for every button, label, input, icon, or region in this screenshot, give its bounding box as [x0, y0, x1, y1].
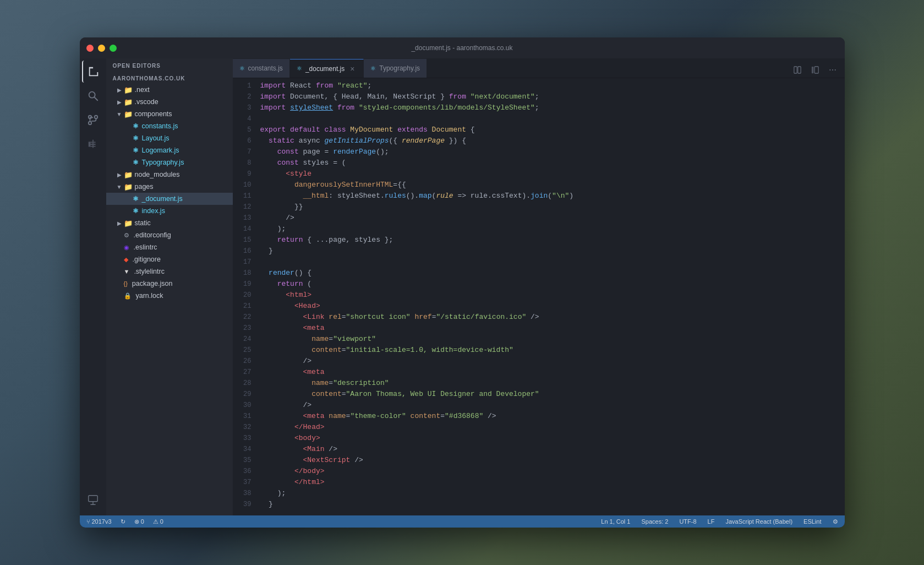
svg-point-3 — [88, 122, 91, 125]
tree-item-static[interactable]: ▶ 📁 static — [106, 217, 233, 229]
indentation[interactable]: Spaces: 2 — [639, 515, 670, 528]
code-line-15: return { ...page, styles }; — [260, 235, 834, 246]
svg-rect-10 — [811, 67, 813, 73]
close-button[interactable] — [86, 45, 94, 52]
tree-item-editorconfig[interactable]: ⚙ .editorconfig — [106, 229, 233, 241]
folder-section: AARONTHOMAS.CO.UK — [106, 71, 233, 84]
main-layout: OPEN EDITORS AARONTHOMAS.CO.UK ▶ 📁 .next… — [80, 58, 845, 515]
tree-item-document[interactable]: ⚛ _document.js — [106, 193, 233, 205]
tree-item-constants[interactable]: ⚛ constants.js — [106, 120, 233, 132]
code-line-17 — [260, 257, 834, 268]
settings-button[interactable]: ⚙ — [830, 515, 840, 528]
explorer-activity-icon[interactable] — [82, 61, 104, 83]
eslint-status[interactable]: ESLint — [801, 515, 823, 528]
code-line-34: <Main /> — [260, 444, 834, 455]
tree-item-next[interactable]: ▶ 📁 .next — [106, 84, 233, 96]
language-text: JavaScript React (Babel) — [725, 518, 792, 525]
errors-status[interactable]: ⊗ 0 — [132, 515, 146, 528]
code-line-39: } — [260, 499, 834, 510]
tabs-actions: ⋯ — [790, 62, 845, 78]
code-line-19: return ( — [260, 279, 834, 290]
search-activity-icon[interactable] — [82, 85, 104, 107]
open-editors-section: OPEN EDITORS — [106, 58, 233, 71]
tabs-bar: ⚛ constants.js ⚛ _document.js × ⚛ Typogr… — [233, 58, 845, 78]
sync-icon: ↻ — [121, 518, 125, 525]
tree-item-yarnlock[interactable]: 🔒 yarn.lock — [106, 290, 233, 302]
svg-rect-8 — [794, 67, 796, 73]
extensions-activity-icon[interactable] — [82, 133, 104, 155]
tree-item-vscode[interactable]: ▶ 📁 .vscode — [106, 96, 233, 108]
more-actions-button[interactable]: ⋯ — [825, 62, 840, 78]
tab-document[interactable]: ⚛ _document.js × — [290, 59, 364, 78]
tree-item-node-modules[interactable]: ▶ 📁 node_modules — [106, 169, 233, 181]
minimize-button[interactable] — [98, 45, 105, 52]
code-container: 1 2 3 4 5 6 7 8 9 10 11 12 13 14 — [233, 78, 845, 512]
tree-item-components[interactable]: ▼ 📁 components — [106, 108, 233, 120]
tree-item-stylelintrc[interactable]: ▼ .stylelintrc — [106, 265, 233, 278]
code-line-1: import React from "react"; — [260, 80, 834, 91]
code-lines: import React from "react"; import Docume… — [260, 80, 845, 510]
tree-item-index[interactable]: ⚛ index.js — [106, 205, 233, 217]
tree-item-pages[interactable]: ▼ 📁 pages — [106, 181, 233, 193]
code-line-30: /> — [260, 400, 834, 411]
tab-constants[interactable]: ⚛ constants.js — [233, 59, 290, 78]
code-line-37: </html> — [260, 477, 834, 488]
code-line-36: </body> — [260, 466, 834, 477]
remote-activity-icon[interactable] — [82, 489, 104, 511]
encoding[interactable]: UTF-8 — [677, 515, 698, 528]
file-tree: ▶ 📁 .next ▶ 📁 .vscode ▼ 📁 components — [106, 84, 233, 515]
code-line-12: }} — [260, 202, 834, 213]
branch-name: 2017v3 — [92, 518, 112, 525]
code-line-38: ); — [260, 488, 834, 499]
tree-item-gitignore[interactable]: ◆ .gitignore — [106, 253, 233, 265]
sync-status[interactable]: ↻ — [118, 515, 128, 528]
code-line-33: <body> — [260, 433, 834, 444]
code-line-24: name="viewport" — [260, 334, 834, 345]
code-line-28: name="description" — [260, 378, 834, 389]
errors-count: ⊗ 0 — [134, 518, 144, 525]
maximize-button[interactable] — [110, 45, 117, 52]
branch-status[interactable]: ⑂ 2017v3 — [84, 515, 114, 528]
code-line-31: <meta name="theme-color" content="#d3686… — [260, 411, 834, 422]
svg-line-2 — [94, 97, 97, 101]
svg-rect-7 — [88, 496, 97, 502]
line-endings[interactable]: LF — [706, 515, 717, 528]
code-line-22: <Link rel="shortcut icon" href="/static/… — [260, 312, 834, 323]
editor-content[interactable]: 1 2 3 4 5 6 7 8 9 10 11 12 13 14 — [233, 78, 845, 515]
tree-item-layout[interactable]: ⚛ Layout.js — [106, 132, 233, 144]
warnings-status[interactable]: ⚠ 0 — [151, 515, 166, 528]
code-line-26: /> — [260, 356, 834, 367]
svg-point-5 — [94, 116, 97, 119]
activity-bar — [80, 58, 106, 515]
language-mode[interactable]: JavaScript React (Babel) — [723, 515, 795, 528]
tree-item-logomark[interactable]: ⚛ Logomark.js — [106, 144, 233, 156]
settings-icon: ⚙ — [833, 518, 838, 525]
code-line-20: <html> — [260, 290, 834, 301]
source-control-activity-icon[interactable] — [82, 109, 104, 131]
tab-icon-document: ⚛ — [297, 65, 302, 72]
tab-label-document: _document.js — [305, 65, 345, 73]
tree-item-eslintrc[interactable]: ◉ .eslintrc — [106, 241, 233, 253]
toggle-sidebar-button[interactable] — [807, 62, 823, 78]
window-title: _document.js - aaronthomas.co.uk — [411, 44, 512, 52]
cursor-text: Ln 1, Col 1 — [601, 518, 630, 525]
tab-typography[interactable]: ⚛ Typography.js — [364, 59, 427, 78]
code-line-3: import styleSheet from "styled-component… — [260, 102, 834, 113]
code-line-23: <meta — [260, 323, 834, 334]
tree-item-typography[interactable]: ⚛ Typography.js — [106, 156, 233, 169]
code-line-32: </Head> — [260, 422, 834, 433]
status-bar-left: ⑂ 2017v3 ↻ ⊗ 0 ⚠ 0 — [84, 515, 166, 528]
line-endings-text: LF — [708, 518, 715, 525]
split-editor-button[interactable] — [790, 62, 805, 78]
code-line-21: <Head> — [260, 301, 834, 312]
tab-close-document[interactable]: × — [348, 64, 357, 73]
code-line-8: const styles = ( — [260, 157, 834, 169]
code-line-14: ); — [260, 224, 834, 235]
svg-rect-11 — [814, 67, 818, 73]
tree-item-packagejson[interactable]: {} package.json — [106, 278, 233, 290]
warnings-count: ⚠ 0 — [153, 518, 163, 525]
branch-icon: ⑂ — [86, 518, 90, 525]
code-line-9: <style — [260, 169, 834, 180]
cursor-position[interactable]: Ln 1, Col 1 — [599, 515, 632, 528]
spaces-text: Spaces: 2 — [641, 518, 668, 525]
